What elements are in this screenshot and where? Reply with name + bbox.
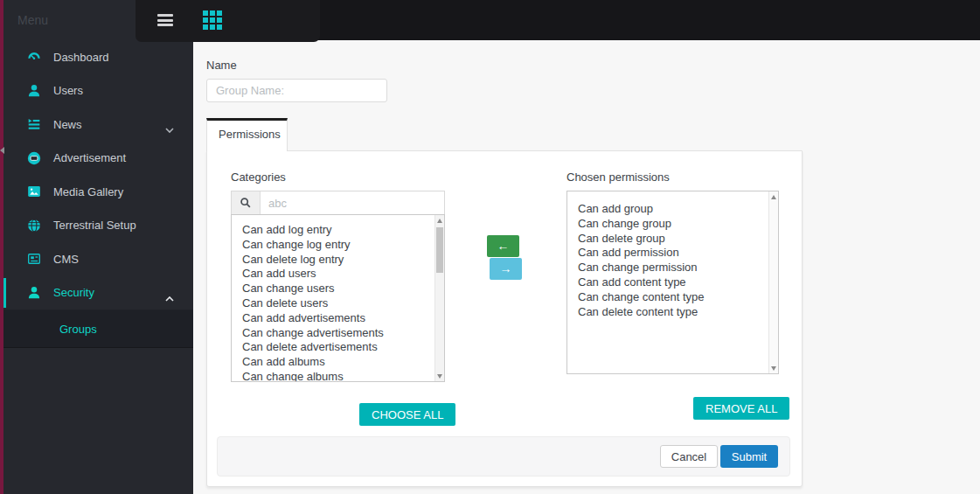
sidebar-subitem-groups[interactable]: Groups [0, 310, 193, 349]
chosen-permission-option[interactable]: Can delete content type [578, 305, 768, 320]
permission-option[interactable]: Can delete advertisements [242, 340, 434, 355]
chosen-scrollbar[interactable] [768, 191, 778, 373]
sidebar-item-security[interactable]: Security [0, 276, 193, 310]
sidebar-item-label: CMS [53, 253, 79, 266]
topbar: Menu [0, 0, 980, 40]
main-content: Name Permissions Categories Chosen permi… [193, 40, 980, 494]
tab-permissions-label: Permissions [207, 121, 281, 149]
permission-option[interactable]: Can change log entry [242, 238, 434, 253]
sidebar-item-label: Users [53, 84, 83, 97]
sidebar-item-advertisement[interactable]: Advertisement [0, 142, 193, 176]
permission-option[interactable]: Can add advertisements [242, 311, 434, 326]
permission-option[interactable]: Can delete users [242, 296, 434, 311]
category-search-input[interactable] [261, 191, 444, 214]
remove-all-button[interactable]: REMOVE ALL [693, 397, 789, 420]
globe-icon [26, 218, 42, 233]
sidebar-item-label: Dashboard [53, 51, 109, 64]
permission-option[interactable]: Can add users [242, 267, 434, 282]
user-icon [26, 285, 42, 301]
chosen-permission-option[interactable]: Can change content type [578, 290, 768, 305]
chosen-permission-option[interactable]: Can add group [578, 202, 768, 217]
permissions-panel: Categories Chosen permissions Can add lo… [206, 150, 803, 487]
app-root: Menu Dashboard Users News [0, 0, 980, 494]
apps-grid-icon[interactable] [203, 10, 222, 30]
chosen-permission-option[interactable]: Can change group [578, 217, 768, 232]
move-to-chosen-button[interactable]: → [490, 258, 522, 280]
scroll-down-icon[interactable] [435, 371, 444, 381]
newspaper-icon [26, 251, 42, 267]
categories-list-items: Can add log entryCan change log entryCan… [232, 215, 434, 381]
chosen-permission-option[interactable]: Can delete group [578, 232, 768, 247]
scrollbar-thumb[interactable] [436, 227, 443, 273]
news-list-icon [26, 116, 42, 132]
arrow-right-icon: → [500, 261, 512, 275]
scroll-down-icon[interactable] [769, 363, 778, 373]
categories-list[interactable]: Can add log entryCan change log entryCan… [231, 214, 445, 382]
permission-option[interactable]: Can add albums [242, 355, 434, 370]
sidebar-item-dashboard[interactable]: Dashboard [0, 40, 193, 74]
chosen-permission-option[interactable]: Can change permission [578, 261, 768, 275]
sidebar-item-label: News [53, 118, 82, 131]
submit-button[interactable]: Submit [720, 445, 778, 468]
sidebar-item-label: Media Gallery [53, 185, 123, 198]
choose-all-button[interactable]: CHOOSE ALL [359, 403, 455, 426]
sidebar-item-label: Advertisement [53, 151, 126, 164]
sidebar-collapse-icon[interactable] [0, 147, 4, 154]
categories-scrollbar[interactable] [434, 215, 444, 381]
name-label: Name [206, 59, 237, 72]
arrow-left-icon: ← [497, 239, 510, 253]
sidebar-item-label: Security [53, 286, 94, 299]
sidebar-item-news[interactable]: News [0, 108, 193, 142]
advertisement-icon [26, 150, 42, 166]
chevron-up-icon [165, 289, 174, 296]
chosen-permissions-label: Chosen permissions [566, 170, 670, 184]
chevron-down-icon [165, 122, 174, 128]
sidebar: Dashboard Users News Advertisement [0, 40, 193, 494]
chosen-permission-option[interactable]: Can add permission [578, 246, 768, 261]
category-search [231, 191, 445, 215]
permission-option[interactable]: Can change users [242, 282, 434, 296]
search-icon[interactable] [232, 191, 261, 214]
chosen-permissions-list[interactable]: Can add groupCan change groupCan delete … [566, 191, 779, 374]
chosen-list-items: Can add groupCan change groupCan delete … [567, 191, 768, 373]
hamburger-menu-icon[interactable] [157, 14, 173, 26]
sidebar-item-cms[interactable]: CMS [0, 242, 193, 276]
cancel-button[interactable]: Cancel [660, 445, 718, 468]
gauge-icon [26, 49, 42, 65]
scroll-up-icon[interactable] [769, 191, 778, 202]
topbar-icons-panel [136, 0, 320, 42]
move-to-categories-button[interactable]: ← [487, 235, 519, 257]
user-icon [26, 83, 42, 99]
sidebar-item-label: Terrestrial Setup [53, 219, 136, 232]
group-name-input[interactable] [206, 79, 387, 102]
sidebar-accent-stripe [0, 0, 3, 494]
sidebar-item-terrestrial-setup[interactable]: Terrestrial Setup [0, 209, 193, 243]
categories-label: Categories [231, 170, 286, 184]
scroll-up-icon[interactable] [435, 215, 444, 226]
chosen-permission-option[interactable]: Can add content type [578, 275, 768, 290]
menu-title: Menu [0, 0, 48, 40]
security-submenu: Groups [0, 310, 193, 348]
permission-option[interactable]: Can add log entry [242, 223, 434, 238]
tab-permissions[interactable]: Permissions [206, 118, 288, 151]
permission-option[interactable]: Can delete log entry [242, 253, 434, 268]
sidebar-item-media-gallery[interactable]: Media Gallery [0, 175, 193, 209]
form-footer: Cancel Submit [217, 436, 790, 477]
permission-option[interactable]: Can change albums [242, 370, 434, 382]
permission-option[interactable]: Can change advertisements [242, 326, 434, 341]
image-icon [26, 184, 42, 199]
sidebar-item-users[interactable]: Users [0, 74, 193, 108]
